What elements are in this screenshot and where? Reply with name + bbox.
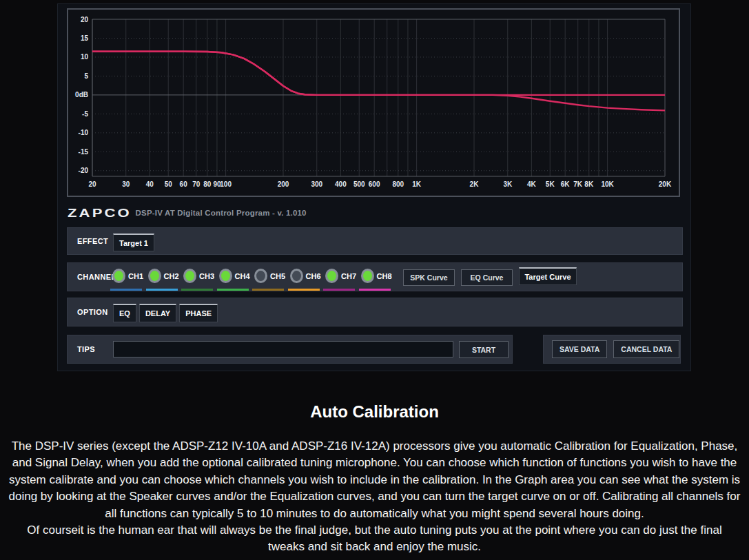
tips-row: TIPS START xyxy=(67,335,513,364)
effect-label: EFFECT xyxy=(77,237,108,245)
channel-color-bar xyxy=(288,289,320,291)
eq-curve-button[interactable]: EQ Curve xyxy=(461,269,513,286)
response-curve xyxy=(92,52,665,111)
channel-color-bar xyxy=(217,289,249,291)
svg-text:2K: 2K xyxy=(470,180,480,188)
channel-toggle-ch1[interactable]: CH1 xyxy=(110,263,143,292)
app-title: DSP-IV AT Digital Control Program - v. 1… xyxy=(136,209,307,217)
target-curve-button[interactable]: Target Curve xyxy=(519,267,577,285)
chart-svg: 20151050dB-5-10-15-202030405060708090100… xyxy=(68,10,679,196)
channel-color-bar xyxy=(252,289,284,291)
channel-toggle-ch8[interactable]: CH8 xyxy=(359,263,392,292)
target1-button[interactable]: Target 1 xyxy=(113,234,154,251)
channel-toggle-ch7[interactable]: CH7 xyxy=(323,263,356,292)
save-data-button[interactable]: SAVE DATA xyxy=(552,340,607,358)
svg-text:200: 200 xyxy=(278,180,289,188)
channel-label-text: CH6 xyxy=(306,272,321,280)
brand-row: ZAPCO DSP-IV AT Digital Control Program … xyxy=(68,204,307,222)
spk-curve-button[interactable]: SPK Curve xyxy=(403,269,455,286)
svg-text:6K: 6K xyxy=(561,180,571,188)
ch1-led-icon[interactable] xyxy=(112,269,125,283)
target-curve xyxy=(92,52,665,95)
ch3-led-icon[interactable] xyxy=(183,269,196,283)
svg-text:1K: 1K xyxy=(412,180,422,188)
svg-text:60: 60 xyxy=(180,180,188,188)
svg-text:7K: 7K xyxy=(573,180,583,188)
option-buttons: EQDELAYPHASE xyxy=(113,304,218,322)
svg-text:-20: -20 xyxy=(79,167,89,174)
start-button[interactable]: START xyxy=(459,341,509,358)
svg-text:70: 70 xyxy=(192,180,201,188)
phase-button[interactable]: PHASE xyxy=(179,304,218,322)
svg-text:800: 800 xyxy=(392,180,404,188)
channel-label-text: CH3 xyxy=(199,272,214,280)
article-paragraph-2: Of courseit is the human ear that will a… xyxy=(8,522,741,556)
article-title: Auto Calibration xyxy=(8,402,741,422)
channel-label-text: CH8 xyxy=(377,272,392,280)
channel-toggle-ch5[interactable]: CH5 xyxy=(252,263,285,292)
eq-button[interactable]: EQ xyxy=(113,304,136,322)
svg-text:3K: 3K xyxy=(503,180,513,188)
curve-buttons: SPK CurveEQ CurveTarget Curve xyxy=(403,263,577,292)
svg-text:8K: 8K xyxy=(584,180,594,188)
svg-text:0dB: 0dB xyxy=(75,91,88,98)
svg-text:50: 50 xyxy=(165,180,173,188)
svg-text:20: 20 xyxy=(88,180,96,188)
svg-text:10K: 10K xyxy=(601,180,614,188)
svg-text:4K: 4K xyxy=(527,180,537,188)
svg-text:80: 80 xyxy=(203,180,212,188)
channel-toggle-ch4[interactable]: CH4 xyxy=(217,263,250,292)
article: Auto Calibration The DSP-IV series (exce… xyxy=(0,397,749,556)
tips-label: TIPS xyxy=(77,345,95,353)
channel-toggle-ch6[interactable]: CH6 xyxy=(288,263,321,292)
svg-text:100: 100 xyxy=(220,180,232,188)
svg-text:10: 10 xyxy=(81,53,89,61)
svg-text:15: 15 xyxy=(81,34,89,42)
svg-text:300: 300 xyxy=(311,180,322,188)
svg-text:500: 500 xyxy=(353,180,365,188)
delay-button[interactable]: DELAY xyxy=(139,304,176,322)
graph-panel: 20151050dB-5-10-15-202030405060708090100… xyxy=(67,8,680,197)
cancel-data-button[interactable]: CANCEL DATA xyxy=(613,340,679,358)
svg-text:20K: 20K xyxy=(659,180,672,188)
channel-label-text: CH5 xyxy=(270,272,285,280)
article-paragraph-1: The DSP-IV series (except the ADSP-Z12 I… xyxy=(8,438,741,522)
svg-text:-15: -15 xyxy=(79,148,89,156)
ch7-led-icon[interactable] xyxy=(325,269,338,283)
channel-color-bar xyxy=(110,289,142,291)
effect-row: EFFECT Target 1 xyxy=(67,227,683,255)
channel-row: CHANNEL CH1CH2CH3CH4CH5CH6CH7CH8 SPK Cur… xyxy=(67,262,683,291)
svg-text:5: 5 xyxy=(84,72,88,80)
svg-text:-5: -5 xyxy=(82,110,88,118)
svg-text:30: 30 xyxy=(122,180,130,188)
channel-label-text: CH2 xyxy=(164,272,179,280)
channel-toggle-ch3[interactable]: CH3 xyxy=(181,263,214,292)
svg-text:600: 600 xyxy=(369,180,380,188)
dsp-control-window: 20151050dB-5-10-15-202030405060708090100… xyxy=(57,3,691,371)
channel-label-text: CH1 xyxy=(128,272,143,280)
channel-color-bar xyxy=(181,289,213,291)
option-label: OPTION xyxy=(77,308,108,316)
svg-text:5K: 5K xyxy=(546,180,555,188)
channel-color-bar xyxy=(359,289,391,291)
svg-text:40: 40 xyxy=(146,180,154,188)
frequency-response-chart: 20151050dB-5-10-15-202030405060708090100… xyxy=(68,10,679,196)
data-panel: SAVE DATACANCEL DATA xyxy=(543,335,681,364)
channel-color-bar xyxy=(323,289,355,291)
svg-text:-10: -10 xyxy=(79,129,89,136)
svg-text:400: 400 xyxy=(335,180,347,188)
ch4-led-icon[interactable] xyxy=(219,269,232,283)
data-buttons: SAVE DATACANCEL DATA xyxy=(552,340,679,358)
tips-input[interactable] xyxy=(113,341,453,357)
ch6-led-icon[interactable] xyxy=(290,269,303,283)
ch8-led-icon[interactable] xyxy=(361,269,374,283)
ch2-led-icon[interactable] xyxy=(148,269,161,283)
option-row: OPTION EQDELAYPHASE xyxy=(67,298,683,326)
channel-label-text: CH4 xyxy=(235,272,250,280)
channel-toggle-ch2[interactable]: CH2 xyxy=(146,263,179,292)
channel-label-text: CH7 xyxy=(341,272,356,280)
zapco-logo: ZAPCO xyxy=(68,206,132,220)
ch5-led-icon[interactable] xyxy=(254,269,267,283)
svg-text:20: 20 xyxy=(81,16,89,23)
channel-color-bar xyxy=(146,289,178,291)
